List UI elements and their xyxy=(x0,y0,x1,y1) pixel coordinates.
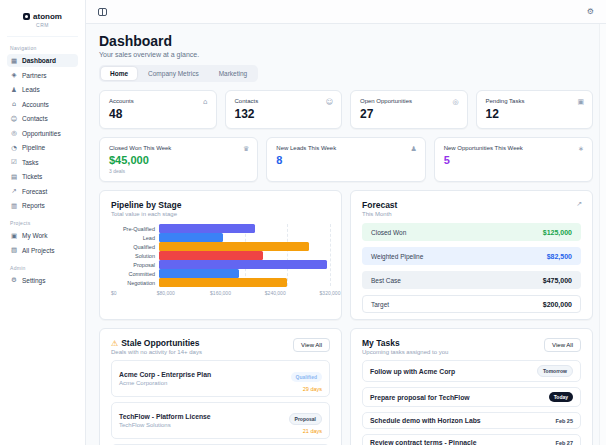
axis-tick: $320,000 xyxy=(320,290,341,296)
sidebar-item-tasks[interactable]: ☑ Tasks xyxy=(7,156,78,169)
view-all-stale-button[interactable]: View All xyxy=(293,338,330,352)
stat-value: 132 xyxy=(235,107,333,121)
sidebar-item-label: Tasks xyxy=(22,159,39,166)
task-title: Follow up with Acme Corp xyxy=(370,368,455,375)
forecast-row-value: $125,000 xyxy=(543,229,572,236)
sidebar-item-partners[interactable]: ◈ Partners xyxy=(7,69,78,82)
forecast-row-value: $82,500 xyxy=(547,253,572,260)
axis-tick: $80,000 xyxy=(157,290,175,296)
sidebar-item-label: Dashboard xyxy=(22,57,56,64)
task-title: Review contract terms - Pinnacle xyxy=(370,439,477,445)
chart-bar[interactable] xyxy=(159,233,223,242)
page-subtitle: Your sales overview at a glance. xyxy=(99,51,593,58)
chart-category-label: Pre-Qualified xyxy=(111,226,155,232)
task-title: Prepare proposal for TechFlow xyxy=(370,394,470,401)
due-badge: Today xyxy=(549,392,573,402)
sidebar-item-opportunities[interactable]: ◎ Opportunities xyxy=(7,127,78,140)
trend-up-icon: ↗ xyxy=(10,187,18,195)
sidebar-toggle-icon[interactable] xyxy=(98,8,107,16)
opportunity-title: TechFlow - Platform License xyxy=(119,413,211,420)
pipeline-bar-chart: Pre-Qualified Lead Qualified Solution Pr… xyxy=(111,224,330,298)
tab-company-metrics[interactable]: Company Metrics xyxy=(139,67,208,80)
forecast-row-target: Target $200,000 xyxy=(362,295,581,313)
stage-badge: Proposal xyxy=(289,413,322,425)
chart-category-label: Solution xyxy=(111,253,155,259)
stat-value: 5 xyxy=(444,154,583,166)
sidebar-item-label: Leads xyxy=(22,86,40,93)
stat-label: Accounts xyxy=(109,98,207,104)
chart-bar[interactable] xyxy=(159,242,309,251)
sidebar-item-label: Partners xyxy=(22,72,47,79)
stat-value: 12 xyxy=(486,107,584,121)
due-badge: Tomorrow xyxy=(537,365,573,377)
stat-card-pending-tasks[interactable]: Pending Tasks 12 ▣ xyxy=(476,90,594,129)
stale-days: 29 days xyxy=(291,386,322,392)
nav-section-label: Admin xyxy=(10,265,78,271)
stale-item[interactable]: TechFlow - Platform License TechFlow Sol… xyxy=(111,402,330,439)
sidebar-item-contacts[interactable]: ☺ Contacts xyxy=(7,112,78,125)
handshake-icon: ◈ xyxy=(10,71,18,79)
sidebar-item-dashboard[interactable]: ▦ Dashboard xyxy=(7,54,78,67)
task-item[interactable]: Follow up with Acme Corp Tomorrow xyxy=(362,360,581,382)
nav-section-label: Navigation xyxy=(10,45,78,51)
stat-card-new-leads-week[interactable]: New Leads This Week 8 ♟ xyxy=(266,137,425,182)
sidebar-item-label: Tickets xyxy=(22,173,42,180)
chart-category-label: Negotiation xyxy=(111,280,155,286)
stale-item[interactable]: Acme Corp - Enterprise Plan Acme Corpora… xyxy=(111,360,330,397)
trophy-icon: ♛ xyxy=(243,145,249,153)
stat-value: 48 xyxy=(109,107,207,121)
task-item[interactable]: Prepare proposal for TechFlow Today xyxy=(362,387,581,407)
sidebar-item-leads[interactable]: ♟ Leads xyxy=(7,83,78,96)
task-item[interactable]: Schedule demo with Horizon Labs Feb 25 xyxy=(362,412,581,429)
forecast-row-best-case: Best Case $475,000 xyxy=(362,271,581,289)
stale-days: 21 days xyxy=(289,428,322,434)
sidebar-item-pipeline[interactable]: ◔ Pipeline xyxy=(7,141,78,154)
stat-card-new-opportunities-week[interactable]: New Opportunities This Week 5 ∗ xyxy=(434,137,593,182)
chart-title: Pipeline by Stage xyxy=(111,200,330,210)
chart-bar[interactable] xyxy=(159,260,327,269)
tab-marketing[interactable]: Marketing xyxy=(210,67,257,80)
chart-bar[interactable] xyxy=(159,224,255,233)
brand-sub: CRM xyxy=(7,22,78,28)
sidebar-item-accounts[interactable]: ⌂ Accounts xyxy=(7,98,78,111)
stat-sub: 3 deals xyxy=(109,168,248,174)
users-icon: ☺ xyxy=(10,115,18,123)
forecast-row-closed-won: Closed Won $125,000 xyxy=(362,223,581,241)
ticket-icon: ▤ xyxy=(10,173,18,181)
sidebar-item-forecast[interactable]: ↗ Forecast xyxy=(7,185,78,198)
chart-bar[interactable] xyxy=(159,269,239,278)
forecast-row-label: Closed Won xyxy=(371,229,406,236)
section-subtitle: Deals with no activity for 14+ days xyxy=(111,349,202,355)
chart-bar[interactable] xyxy=(159,278,287,287)
opportunity-title: Acme Corp - Enterprise Plan xyxy=(119,371,211,378)
stat-card-accounts[interactable]: Accounts 48 ⌂ xyxy=(99,90,217,129)
sidebar-item-label: Opportunities xyxy=(22,130,61,137)
sidebar-item-all-projects[interactable]: ▧ All Projects xyxy=(7,244,78,257)
sidebar-item-reports[interactable]: ▥ Reports xyxy=(7,199,78,212)
sidebar-item-my-work[interactable]: ▣ My Work xyxy=(7,229,78,242)
settings-icon[interactable]: ⚙ xyxy=(587,8,594,16)
check-square-icon: ☑ xyxy=(10,158,18,166)
axis-tick: $0 xyxy=(111,290,117,296)
view-all-tasks-button[interactable]: View All xyxy=(544,338,581,352)
sidebar-item-label: Contacts xyxy=(22,115,48,122)
sidebar-item-settings[interactable]: ⚙ Settings xyxy=(7,274,78,287)
user-plus-icon: ♟ xyxy=(10,86,18,94)
stat-card-open-opportunities[interactable]: Open Opportunities 27 ◎ xyxy=(350,90,468,129)
stat-label: Pending Tasks xyxy=(486,98,584,104)
task-item[interactable]: Review contract terms - Pinnacle Feb 27 xyxy=(362,434,581,445)
tab-home[interactable]: Home xyxy=(101,67,137,80)
chart-subtitle: Total value in each stage xyxy=(111,211,330,217)
sidebar-item-tickets[interactable]: ▤ Tickets xyxy=(7,170,78,183)
forecast-title: Forecast xyxy=(362,200,581,210)
stat-label: Open Opportunities xyxy=(360,98,458,104)
folder-icon: ▧ xyxy=(10,246,18,254)
chart-category-label: Committed xyxy=(111,271,155,277)
clipboard-icon: ▣ xyxy=(577,98,584,106)
chart-bar[interactable] xyxy=(159,251,263,260)
stat-card-contacts[interactable]: Contacts 132 ☺ xyxy=(225,90,343,129)
sidebar-item-label: Accounts xyxy=(22,101,49,108)
stat-card-closed-won-week[interactable]: Closed Won This Week $45,000 3 deals ♛ xyxy=(99,137,258,182)
document-icon: ▥ xyxy=(10,202,18,210)
stat-label: New Opportunities This Week xyxy=(444,145,583,151)
